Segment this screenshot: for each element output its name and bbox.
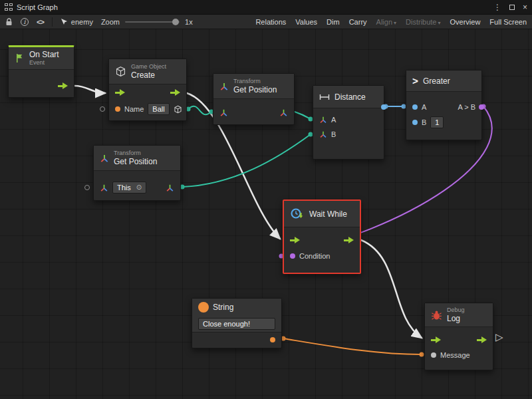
script-graph-window: Script Graph ⋮ × i <> enemy Zoom 1x Rela…: [0, 0, 532, 399]
dim-button[interactable]: Dim: [327, 18, 340, 26]
distance-icon: [319, 93, 330, 101]
node-subtitle: Debug: [447, 307, 465, 314]
flow-in-port[interactable]: [431, 336, 441, 343]
node-title: String: [213, 303, 233, 312]
graph-owner[interactable]: enemy: [61, 18, 93, 26]
pointer-icon: [61, 18, 68, 26]
flow-out-port[interactable]: [170, 89, 180, 96]
greater-output-port[interactable]: [479, 104, 484, 110]
port-b-label: B: [331, 130, 336, 138]
window-title: Script Graph: [17, 3, 58, 11]
input-port-a[interactable]: [412, 104, 418, 110]
zoom-control: Zoom 1x: [101, 18, 193, 26]
node-title: Create: [131, 70, 166, 80]
flow-out-port[interactable]: [344, 237, 354, 243]
overview-button[interactable]: Overview: [450, 18, 481, 26]
transform-input-port[interactable]: [100, 184, 108, 192]
vector3-input-port-a[interactable]: [319, 116, 327, 124]
wire-endpoint-dot: [420, 352, 424, 357]
output-label: A > B: [458, 103, 475, 111]
node-title: Distance: [334, 92, 366, 102]
wire-onstart-to-create[interactable]: [74, 86, 105, 93]
wire-string-to-message[interactable]: [283, 338, 422, 354]
game-object-output-port[interactable]: [174, 105, 182, 114]
node-title: Get Position: [114, 157, 157, 166]
graph-owner-label: enemy: [71, 18, 93, 26]
wire-getposition-bottom-to-distance-b[interactable]: [182, 134, 311, 187]
play-icon: ▷: [495, 331, 503, 343]
transform-axes-icon: [219, 82, 229, 91]
close-icon[interactable]: ×: [523, 3, 527, 12]
wait-clock-icon: [290, 207, 305, 221]
unconnected-port-indicator: [84, 185, 90, 190]
fullscreen-button[interactable]: Full Screen: [489, 18, 527, 26]
node-subtitle: Transform: [114, 150, 157, 157]
toolbar-buttons: Relations Values Dim Carry Align▾ Distri…: [255, 18, 527, 26]
lock-icon[interactable]: [5, 18, 13, 26]
string-value-field[interactable]: Close enough!: [198, 318, 275, 330]
unconnected-port-indicator: [100, 106, 105, 112]
code-icon[interactable]: <>: [37, 18, 44, 26]
flow-out-port[interactable]: [58, 82, 68, 89]
vector3-input-port-b[interactable]: [319, 130, 327, 138]
node-get-position-bottom[interactable]: Transform Get Position This ⊙: [93, 145, 181, 201]
string-output-port[interactable]: [270, 337, 275, 342]
toolbar-separator: [52, 17, 53, 27]
info-icon[interactable]: i: [21, 18, 29, 26]
chevron-down-icon: ▾: [394, 20, 396, 26]
carry-button[interactable]: Carry: [349, 18, 367, 26]
message-input-port[interactable]: [431, 352, 436, 358]
zoom-slider-knob[interactable]: [172, 19, 179, 25]
b-value-field[interactable]: 1: [430, 116, 444, 128]
wire-getposition-top-to-distance-a[interactable]: [295, 112, 311, 119]
titlebar: Script Graph ⋮ ×: [0, 0, 532, 15]
node-create[interactable]: Game Object Create Name Ball: [108, 59, 187, 121]
node-title: Greater: [423, 76, 450, 86]
node-title: Wait While: [309, 209, 347, 219]
node-distance[interactable]: Distance A B: [313, 85, 384, 160]
port-a-label: A: [422, 103, 426, 111]
flow-in-port[interactable]: [290, 237, 300, 243]
node-debug-log[interactable]: Debug Log Message: [424, 303, 493, 370]
message-label: Message: [440, 351, 470, 359]
condition-input-port[interactable]: [290, 253, 295, 259]
align-button: Align▾: [376, 18, 396, 26]
name-value-field[interactable]: Ball: [148, 103, 169, 115]
wire-waitwhile-to-log[interactable]: [361, 240, 422, 338]
input-port-b[interactable]: [412, 120, 418, 125]
name-input-port[interactable]: [115, 106, 120, 112]
zoom-slider[interactable]: [125, 21, 180, 23]
greater-icon: >: [412, 75, 418, 87]
values-button[interactable]: Values: [295, 18, 317, 26]
bug-icon: [431, 310, 442, 321]
menu-icon[interactable]: ⋮: [493, 3, 501, 12]
flow-in-port[interactable]: [115, 89, 125, 96]
node-wait-while[interactable]: Wait While Condition: [283, 200, 361, 274]
port-a-label: A: [331, 116, 336, 124]
target-value-field[interactable]: This ⊙: [112, 182, 146, 194]
vector3-output-port[interactable]: [279, 108, 288, 117]
distance-output-port[interactable]: [381, 104, 386, 110]
node-string[interactable]: String Close enough!: [192, 298, 282, 348]
transform-input-port[interactable]: [219, 108, 228, 117]
node-get-position-top[interactable]: Transform Get Position: [213, 73, 295, 125]
node-title: Log: [447, 314, 465, 323]
distribute-button: Distribute▾: [406, 18, 440, 26]
graph-canvas[interactable]: On Start Event Game Object Create: [0, 29, 532, 399]
node-subtitle: Transform: [233, 78, 277, 85]
node-title: On Start: [29, 50, 59, 59]
node-subtitle: Game Object: [131, 63, 166, 70]
transform-axes-icon: [100, 154, 109, 163]
flow-out-port[interactable]: [477, 336, 487, 343]
node-on-start[interactable]: On Start Event: [8, 45, 74, 98]
relations-button[interactable]: Relations: [255, 18, 286, 26]
condition-label: Condition: [299, 252, 330, 260]
cube-icon: [115, 66, 126, 77]
string-icon: [198, 302, 209, 313]
node-greater[interactable]: > Greater A A > B B 1: [406, 70, 482, 140]
maximize-icon[interactable]: [509, 5, 515, 10]
name-label: Name: [124, 105, 144, 113]
toolbar: i <> enemy Zoom 1x Relations Values Dim …: [0, 15, 532, 29]
zoom-value: 1x: [185, 18, 193, 26]
vector3-output-port[interactable]: [166, 184, 174, 192]
